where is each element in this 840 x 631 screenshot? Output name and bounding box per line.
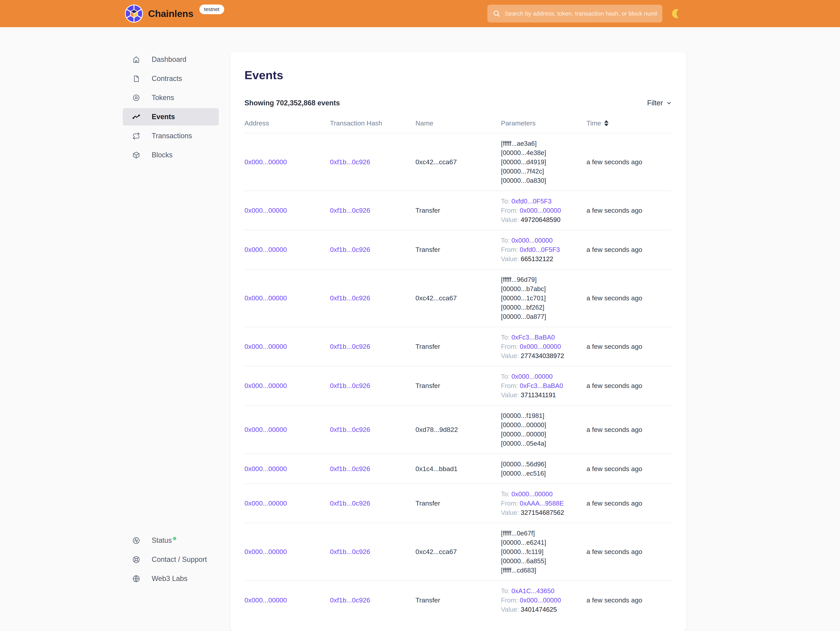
time-ago: a few seconds ago	[586, 426, 643, 433]
address-link[interactable]: 0x000...00000	[245, 499, 287, 507]
column-header-address: Address	[245, 119, 330, 133]
dark-mode-toggle-moon-icon[interactable]	[671, 8, 682, 19]
sidebar-item-events[interactable]: Events	[123, 108, 219, 125]
event-name: Transfer	[415, 499, 440, 507]
param-address-link[interactable]: 0x000...00000	[519, 343, 561, 350]
tx-hash-link[interactable]: 0xf1b...0c926	[330, 382, 370, 390]
sidebar-item-web3-labs[interactable]: Web3 Labs	[123, 570, 219, 587]
address-link[interactable]: 0x000...00000	[245, 207, 287, 214]
tx-hash-link[interactable]: 0xf1b...0c926	[330, 426, 370, 433]
tx-hash-link[interactable]: 0xf1b...0c926	[330, 207, 370, 214]
sidebar-item-status[interactable]: Status	[123, 532, 219, 549]
param-address-link[interactable]: 0x000...00000	[512, 491, 553, 498]
sidebar-item-label: Transactions	[152, 132, 192, 140]
event-name: 0xd78...9d822	[415, 426, 458, 433]
sidebar-item-contact-support[interactable]: Contact / Support	[123, 551, 219, 568]
parameter-item: [00000...00000]	[501, 420, 583, 429]
parameter-line: From: 0x000...00000	[501, 206, 583, 215]
sidebar-item-blocks[interactable]: Blocks	[123, 146, 219, 164]
address-link[interactable]: 0x000...00000	[245, 158, 287, 166]
time-ago: a few seconds ago	[586, 207, 643, 214]
tx-hash-link[interactable]: 0xf1b...0c926	[330, 158, 370, 166]
event-name: Transfer	[415, 343, 440, 350]
parameter-line: To: 0xA1C...43650	[501, 586, 583, 596]
parameter-line: Value: 3711341191	[501, 390, 583, 399]
brand-home-link[interactable]: Chainlens testnet	[125, 0, 224, 27]
param-address-link[interactable]: 0xAAA...9588E	[519, 500, 564, 507]
param-address-link[interactable]: 0xfd0...0F5F3	[512, 197, 552, 205]
parameter-item: [00000...4e38e]	[501, 148, 583, 157]
address-link[interactable]: 0x000...00000	[245, 548, 287, 555]
tx-hash-link[interactable]: 0xf1b...0c926	[330, 343, 370, 350]
time-ago: a few seconds ago	[586, 246, 643, 253]
sidebar-item-contracts[interactable]: Contracts	[123, 70, 219, 87]
address-link[interactable]: 0x000...00000	[245, 596, 287, 604]
parameters: To: 0x000...00000From: 0xFc3...BaBA0Valu…	[501, 372, 583, 399]
sidebar-item-label: Contact / Support	[152, 555, 207, 564]
parameters: [fffff...0e67f][00000...e6241][00000...f…	[501, 528, 583, 575]
parameter-item: [00000...0a877]	[501, 312, 583, 321]
top-header: Chainlens testnet	[0, 0, 840, 27]
network-badge: testnet	[199, 5, 224, 14]
parameters: [fffff...ae3a6][00000...4e38e][00000...d…	[501, 139, 583, 185]
tx-hash-link[interactable]: 0xf1b...0c926	[330, 465, 370, 472]
table-row: 0x000...00000 0xf1b...0c926 Transfer To:…	[245, 327, 672, 366]
column-header-name: Name	[415, 119, 501, 133]
address-link[interactable]: 0x000...00000	[245, 465, 287, 472]
address-link[interactable]: 0x000...00000	[245, 426, 287, 433]
parameter-line: Value: 665132122	[501, 254, 583, 263]
time-ago: a few seconds ago	[586, 294, 643, 302]
parameter-line: To: 0x000...00000	[501, 372, 583, 381]
life-buoy-icon	[132, 555, 140, 564]
param-address-link[interactable]: 0xFc3...BaBA0	[519, 382, 563, 390]
param-address-link[interactable]: 0xfd0...0F5F3	[519, 246, 560, 253]
time-sort-icon[interactable]	[604, 120, 608, 126]
chainlens-logo-icon	[125, 5, 143, 23]
address-link[interactable]: 0x000...00000	[245, 246, 287, 253]
tx-hash-link[interactable]: 0xf1b...0c926	[330, 499, 370, 507]
time-ago: a few seconds ago	[586, 548, 643, 555]
parameter-item: [00000...bf262]	[501, 303, 583, 312]
parameter-item: [fffff...cd683]	[501, 566, 583, 575]
filter-button[interactable]: Filter	[647, 99, 672, 107]
column-header-transaction-hash: Transaction Hash	[330, 119, 415, 133]
event-name: Transfer	[415, 382, 440, 390]
parameter-line: From: 0x000...00000	[501, 596, 583, 605]
parameter-item: [00000...7f42c]	[501, 167, 583, 176]
sidebar-item-tokens[interactable]: Tokens	[123, 89, 219, 106]
sidebar-item-label: Tokens	[152, 93, 174, 102]
parameter-item: [00000...0a830]	[501, 176, 583, 185]
sidebar-item-label: Events	[152, 113, 175, 121]
sidebar-item-transactions[interactable]: Transactions	[123, 127, 219, 145]
sidebar-item-label: Web3 Labs	[152, 574, 187, 583]
table-row: 0x000...00000 0xf1b...0c926 Transfer To:…	[245, 191, 672, 230]
tx-hash-link[interactable]: 0xf1b...0c926	[330, 246, 370, 253]
tx-hash-link[interactable]: 0xf1b...0c926	[330, 596, 370, 604]
tx-hash-link[interactable]: 0xf1b...0c926	[330, 548, 370, 555]
search-input[interactable]	[505, 10, 657, 17]
param-address-link[interactable]: 0x000...00000	[519, 207, 561, 214]
address-link[interactable]: 0x000...00000	[245, 294, 287, 302]
parameters: [00000...56d96][00000...ec516]	[501, 459, 583, 478]
parameter-line: To: 0x000...00000	[501, 489, 583, 498]
param-address-link[interactable]: 0x000...00000	[512, 373, 553, 380]
table-row: 0x000...00000 0xf1b...0c926 Transfer To:…	[245, 230, 672, 269]
param-address-link[interactable]: 0xFc3...BaBA0	[512, 334, 555, 341]
table-row: 0x000...00000 0xf1b...0c926 Transfer To:…	[245, 366, 672, 405]
address-link[interactable]: 0x000...00000	[245, 343, 287, 350]
parameters: To: 0x000...00000From: 0xfd0...0F5F3Valu…	[501, 236, 583, 263]
parameter-line: To: 0xFc3...BaBA0	[501, 333, 583, 342]
sidebar-item-dashboard[interactable]: Dashboard	[123, 51, 219, 68]
event-name: Transfer	[415, 246, 440, 253]
table-row: 0x000...00000 0xf1b...0c926 0xd78...9d82…	[245, 405, 672, 454]
param-address-link[interactable]: 0x000...00000	[512, 237, 553, 244]
param-address-link[interactable]: 0x000...00000	[519, 596, 561, 604]
parameter-line: To: 0x000...00000	[501, 236, 583, 245]
tx-hash-link[interactable]: 0xf1b...0c926	[330, 294, 370, 302]
address-link[interactable]: 0x000...00000	[245, 382, 287, 390]
parameters: To: 0xA1C...43650From: 0x000...00000Valu…	[501, 586, 583, 614]
parameter-item: [00000...6a855]	[501, 556, 583, 566]
parameter-item: [00000...56d96]	[501, 459, 583, 469]
search-bar[interactable]	[487, 5, 662, 22]
param-address-link[interactable]: 0xA1C...43650	[512, 587, 554, 595]
